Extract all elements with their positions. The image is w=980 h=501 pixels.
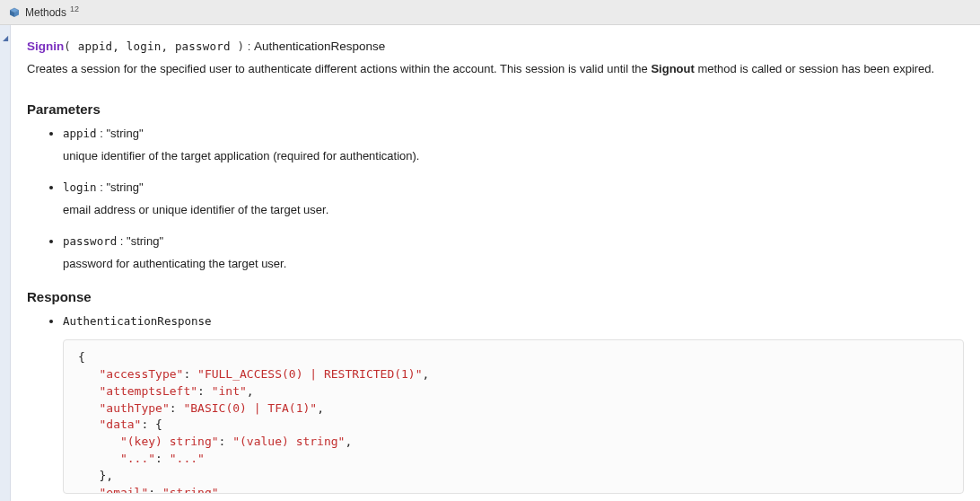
collapse-toggle[interactable]: ◢ (0, 25, 11, 501)
arg-2: password (175, 40, 231, 53)
response-code-block: { "accessType": "FULL_ACCESS(0) | RESTRI… (63, 339, 964, 494)
param-item: appid : "string" unique identifier of th… (63, 126, 964, 165)
param-desc: password for authenticating the target u… (63, 256, 964, 273)
method-description: Creates a session for the specified user… (27, 61, 964, 78)
param-desc: unique identifier of the target applicat… (63, 148, 964, 165)
desc-post: method is called or session has been exp… (695, 62, 934, 75)
param-item: login : "string" email address or unique… (63, 180, 964, 219)
response-list: AuthenticationResponse (27, 313, 964, 330)
param-type: "string" (127, 234, 163, 248)
arg-0: appid (78, 40, 113, 53)
param-type: "string" (106, 180, 143, 194)
arg-1: login (127, 40, 162, 53)
parameters-list: appid : "string" unique identifier of th… (27, 126, 964, 272)
method-name: Signin (27, 40, 64, 53)
param-type: "string" (106, 127, 143, 140)
return-type: AuthenticationResponse (254, 40, 385, 53)
method-signature: Signin( appid, login, password ) : Authe… (27, 38, 964, 56)
methods-header: Methods 12 (0, 0, 980, 25)
param-desc: email address or unique identifier of th… (63, 202, 964, 219)
param-name: password (63, 234, 117, 248)
response-type-name: AuthenticationResponse (63, 314, 212, 328)
param-name: login (63, 180, 97, 194)
param-name: appid (63, 127, 97, 140)
cube-icon (9, 7, 20, 18)
parameters-heading: Parameters (27, 100, 964, 119)
param-item: password : "string" password for authent… (63, 233, 964, 273)
response-heading: Response (27, 287, 964, 307)
method-detail: Signin( appid, login, password ) : Authe… (11, 25, 980, 501)
desc-pre: Creates a session for the specified user… (27, 62, 651, 75)
response-type-item: AuthenticationResponse (63, 313, 964, 330)
methods-count: 12 (70, 4, 79, 13)
methods-title: Methods (25, 6, 66, 19)
desc-bold: Signout (651, 62, 694, 75)
